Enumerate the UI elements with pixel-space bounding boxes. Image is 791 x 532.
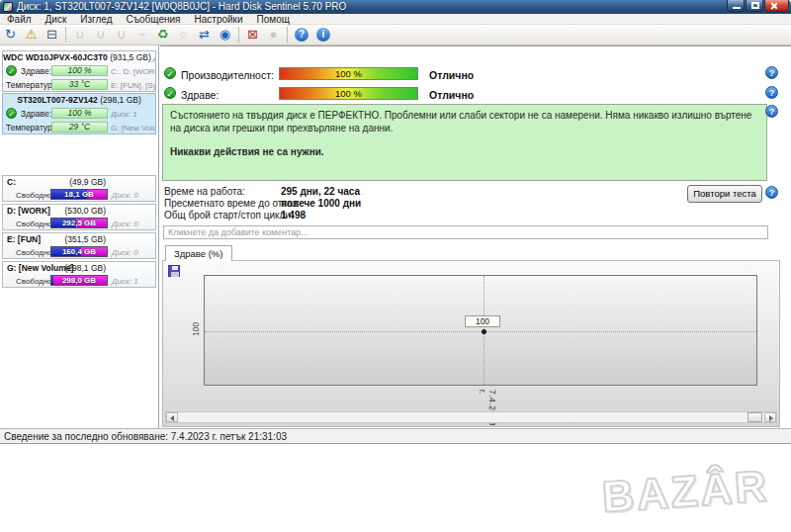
maximize-icon — [751, 2, 759, 9]
temp-bar: 33 °C — [51, 79, 108, 90]
toolbar: ↻ ⚠ ⊟ ∪ ∪ ∪ ~ ♻ ○ ⇄ ◉ ⊠ ● ? i — [0, 25, 791, 45]
retest-help-icon[interactable]: ? — [765, 186, 778, 199]
sync-icon[interactable]: ⇄ — [194, 26, 215, 44]
drive-model: ST320LT007-9ZV142 — [17, 95, 98, 105]
drive-item-wdc[interactable]: WDC WD10JPVX-60JC3T0 (931,5 GB) Диск ✓ З… — [2, 50, 156, 92]
partition-disk-number: Диск: 0 — [112, 220, 138, 228]
free-label: Свободно — [16, 191, 52, 200]
menu-file[interactable]: Файл — [0, 14, 39, 25]
toolbar-separator — [65, 27, 66, 43]
acoustic-3-icon[interactable]: ∪ — [111, 26, 132, 44]
partition-item-g[interactable]: G: [New Volume] (298,1 GB) Свободно 298,… — [2, 261, 156, 288]
drive-disk-number: Диск: 1 — [111, 110, 156, 119]
partition-item-d[interactable]: D: [WORK] (530,0 GB) Свободно 292,5 GB Д… — [2, 204, 156, 230]
free-label: Свободно — [16, 277, 52, 286]
partition-name: E: [FUN] — [7, 234, 41, 244]
title-bar: Диск: 1, ST320LT007-9ZV142 [W0Q8B0JC] - … — [0, 0, 791, 14]
status-help-icon[interactable]: ? — [765, 105, 778, 118]
status-text: Състоянието на твърдия диск е ПЕРФЕКТНО.… — [170, 109, 759, 134]
chart-data-point — [482, 329, 486, 334]
menu-messages[interactable]: Съобщения — [120, 14, 188, 25]
health-ok-icon: ✓ — [6, 65, 17, 76]
bazar-watermark: BAZÂR — [600, 461, 770, 522]
scroll-left-arrow-icon[interactable] — [166, 412, 178, 422]
window-title: Диск: 1, ST320LT007-9ZV142 [W0Q8B0JC] - … — [17, 1, 346, 12]
acoustic-2-icon[interactable]: ∪ — [90, 26, 111, 44]
health-help-icon[interactable]: ? — [765, 86, 778, 99]
free-space-bar: 292,5 GB — [50, 218, 108, 228]
info-icon[interactable]: i — [316, 28, 330, 42]
drive-volumes: C:, D: [WORK] — [111, 67, 156, 76]
free-label: Свободно — [16, 248, 52, 257]
health-bar: 100 % — [279, 87, 418, 100]
partition-size: (351,5 GB) — [64, 234, 106, 244]
partition-size: (49,9 GB) — [69, 177, 106, 187]
health-ok-icon: ✓ — [6, 108, 17, 119]
comment-input[interactable] — [163, 225, 768, 239]
surface-monitor-icon[interactable]: ⊟ — [42, 26, 62, 44]
drive-volumes: E: [FUN], [Sy — [111, 81, 156, 90]
toolbar-separator — [238, 27, 239, 43]
chart-plot-area: 100 — [204, 275, 757, 386]
toolbar-separator — [287, 27, 288, 43]
seek-test-icon[interactable]: ~ — [132, 26, 152, 44]
partition-item-e[interactable]: E: [FUN] (351,5 GB) Свободно 160,4 GB Ди… — [2, 232, 156, 259]
partition-size: (530,0 GB) — [64, 206, 106, 216]
clock-icon[interactable]: ○ — [173, 26, 194, 44]
free-space-bar: 298,0 GB — [50, 275, 108, 286]
power-on-time-label: Време на работа: — [164, 186, 245, 197]
health-label: Здраве: — [181, 89, 219, 101]
partition-disk-number: Диск: 0 — [112, 248, 138, 257]
partition-disk-number: Диск: 0 — [112, 191, 138, 200]
health-bar: 100 % — [51, 65, 108, 76]
performance-help-icon[interactable]: ? — [765, 66, 778, 79]
power-saving-icon[interactable]: ♻ — [152, 26, 173, 44]
disk-test-warning-icon[interactable]: ⚠ — [21, 26, 42, 44]
sleep-monitor-icon[interactable]: ⊠ — [242, 26, 263, 44]
menu-disk[interactable]: Диск — [39, 14, 74, 25]
estimated-lifetime-value: повече 1000 дни — [281, 198, 361, 209]
health-label: Здраве: — [21, 66, 51, 76]
close-button[interactable] — [764, 0, 789, 12]
maximize-button[interactable] — [746, 0, 763, 12]
minimize-button[interactable] — [727, 0, 745, 12]
health-ok-icon: ✓ — [164, 87, 176, 99]
retest-button[interactable]: Повтори теста — [687, 185, 762, 203]
disk-status-textbox: Състоянието на твърдия диск е ПЕРФЕКТНО.… — [162, 104, 767, 181]
tab-health-chart[interactable]: Здраве (%) — [165, 245, 232, 261]
partition-disk-number: Диск: 1 — [112, 277, 138, 286]
chart-scrollbar[interactable] — [165, 411, 777, 423]
health-label: Здраве: — [21, 109, 51, 119]
health-rating: Отлично — [429, 89, 474, 101]
estimated-lifetime-label: Пресметнато време до отказ: — [164, 198, 300, 209]
acoustic-1-icon[interactable]: ∪ — [69, 26, 90, 44]
help-icon[interactable]: ? — [295, 28, 308, 42]
chart-point-label: 100 — [465, 315, 500, 327]
scrollbar-thumb[interactable] — [747, 412, 762, 422]
network-icon[interactable]: ◉ — [215, 26, 235, 44]
partition-name: G: [New Volume] — [7, 263, 73, 273]
performance-rating: Отлично — [429, 69, 474, 81]
floppy-icon — [172, 266, 178, 270]
menu-settings[interactable]: Настройки — [188, 14, 250, 25]
drive-item-seagate-selected[interactable]: ST320LT007-9ZV142 (298,1 GB) ✓ Здраве: 1… — [2, 93, 156, 134]
menu-bar: Файл Диск Изглед Съобщения Настройки Пом… — [0, 14, 791, 25]
drive-size: (931,5 GB) — [110, 52, 151, 62]
chart-gridline-horizontal — [205, 331, 756, 332]
chart-y-tick: 100 — [191, 318, 201, 336]
menu-help[interactable]: Помощ — [250, 14, 297, 25]
scroll-right-arrow-icon[interactable] — [764, 412, 776, 422]
status-bar: Сведение за последно обновяване: 7.4.202… — [0, 428, 791, 444]
disk-list-sidebar: WDC WD10JPVX-60JC3T0 (931,5 GB) Диск ✓ З… — [0, 45, 159, 428]
performance-ok-icon: ✓ — [164, 67, 176, 79]
status-orb-icon[interactable]: ● — [263, 26, 284, 44]
free-space-bar: 18,1 GB — [50, 189, 108, 200]
health-chart-panel: 100 100 7.4.2023 г. — [162, 260, 780, 427]
drive-disk-number: Диск — [153, 52, 155, 62]
app-icon — [3, 2, 13, 12]
partition-name: D: [WORK] — [7, 206, 50, 216]
refresh-icon[interactable]: ↻ — [0, 26, 21, 44]
save-chart-button[interactable] — [168, 265, 180, 277]
menu-view[interactable]: Изглед — [73, 14, 119, 25]
partition-item-c[interactable]: C: (49,9 GB) Свободно 18,1 GB Диск: 0 — [2, 175, 156, 202]
